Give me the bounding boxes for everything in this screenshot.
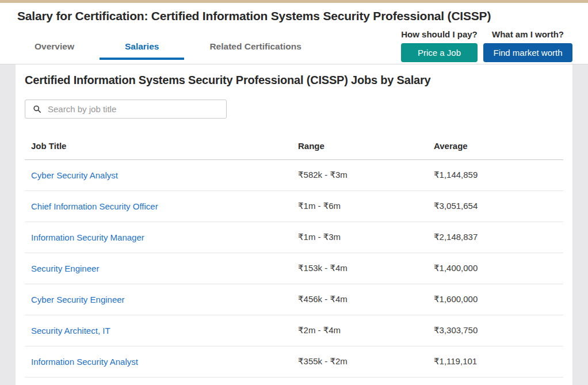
page-header: Salary for Certification: Certified Info…	[0, 3, 588, 64]
table-row: Cyber Security Engineer₹456k - ₹4m₹1,600…	[25, 284, 563, 315]
worth-action-group: What am I worth? Find market worth	[483, 29, 572, 62]
job-title-link[interactable]: Security Engineer	[31, 264, 99, 273]
salary-range-value: ₹153k - ₹4m	[292, 253, 427, 284]
search-icon	[33, 105, 41, 113]
salary-average-value: ₹1,600,000	[427, 284, 563, 315]
table-row: Chief Information Security Officer₹1m - …	[25, 190, 563, 222]
salary-card: Certified Information Systems Security P…	[16, 64, 572, 385]
tab-bar: OverviewSalariesRelated Certifications	[9, 36, 327, 60]
jobs-by-salary-table: Job Title Range Average Cyber Security A…	[25, 132, 563, 378]
salary-average-value: ₹1,144,859	[427, 159, 563, 190]
job-title-link[interactable]: Chief Information Security Officer	[31, 201, 158, 211]
salary-range-value: ₹582k - ₹3m	[292, 159, 427, 190]
tab-salaries[interactable]: Salaries	[100, 36, 184, 60]
tab-overview[interactable]: Overview	[9, 36, 100, 60]
salary-average-value: ₹3,303,750	[427, 315, 563, 346]
find-market-worth-button[interactable]: Find market worth	[483, 43, 572, 62]
salary-range-value: ₹2m - ₹4m	[292, 315, 427, 346]
column-header-range: Range	[292, 132, 427, 159]
search-box[interactable]	[25, 100, 227, 119]
salary-range-value: ₹355k - ₹2m	[292, 346, 427, 377]
job-title-link[interactable]: Cyber Security Engineer	[31, 295, 125, 304]
pay-question-label: How should I pay?	[401, 29, 478, 39]
salary-average-value: ₹1,400,000	[427, 253, 563, 284]
worth-question-label: What am I worth?	[492, 29, 564, 39]
column-header-average: Average	[427, 132, 563, 159]
content-area: Certified Information Systems Security P…	[0, 64, 588, 385]
pay-action-group: How should I pay? Price a Job	[401, 29, 478, 62]
tab-related-certifications[interactable]: Related Certifications	[184, 36, 326, 60]
table-header: Job Title Range Average	[25, 132, 563, 159]
table-row: Security Engineer₹153k - ₹4m₹1,400,000	[25, 253, 563, 284]
table-row: Information Security Analyst₹355k - ₹2m₹…	[25, 346, 563, 377]
table-row: Security Architect, IT₹2m - ₹4m₹3,303,75…	[25, 315, 563, 346]
salary-range-value: ₹1m - ₹6m	[292, 190, 427, 222]
job-title-link[interactable]: Information Security Manager	[31, 232, 144, 242]
salary-average-value: ₹1,119,101	[427, 346, 563, 377]
salary-range-value: ₹1m - ₹3m	[292, 222, 427, 253]
price-a-job-button[interactable]: Price a Job	[401, 43, 478, 62]
salary-average-value: ₹3,051,654	[427, 190, 563, 222]
job-title-link[interactable]: Information Security Analyst	[31, 357, 138, 367]
column-header-job-title: Job Title	[25, 132, 292, 159]
salary-range-value: ₹456k - ₹4m	[292, 284, 427, 315]
table-row: Information Security Manager₹1m - ₹3m₹2,…	[25, 222, 563, 253]
salary-average-value: ₹2,148,837	[427, 222, 563, 253]
header-actions: How should I pay? Price a Job What am I …	[401, 29, 572, 62]
job-title-link[interactable]: Security Architect, IT	[31, 326, 110, 336]
page-title: Salary for Certification: Certified Info…	[17, 3, 572, 23]
section-heading: Certified Information Systems Security P…	[25, 74, 563, 87]
job-title-link[interactable]: Cyber Security Analyst	[31, 170, 118, 180]
table-row: Cyber Security Analyst₹582k - ₹3m₹1,144,…	[25, 159, 563, 190]
search-input[interactable]	[47, 104, 220, 115]
